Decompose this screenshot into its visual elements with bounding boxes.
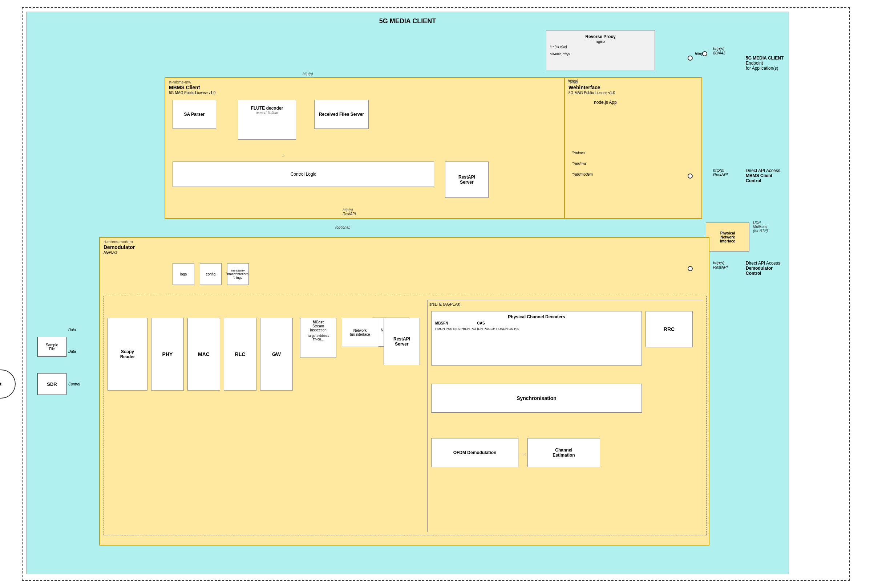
sa-parser-box: SA Parser <box>173 100 216 129</box>
pni-box: PhysicalNetworkInterface <box>706 222 749 252</box>
flute-sub: uses rt-libflute <box>238 111 296 115</box>
route-mw: ^/api/mw <box>572 162 586 165</box>
broadcast-cloud: 5G Broadcast <box>0 369 16 399</box>
restapi-label: http(s)RestAPI <box>343 208 356 216</box>
flute-title: FLUTE decoder <box>238 106 296 111</box>
nginx-route-all: ^.* (all else) <box>550 45 567 49</box>
config-box: config <box>200 263 221 285</box>
right-http-restapi2: http(s)RestAPI <box>713 261 728 269</box>
demod-agpl: AGPLv3 <box>104 250 117 254</box>
route-modem: ^/api/modem <box>572 172 593 176</box>
media-client-area: 5G MEDIA CLIENT Reverse Proxy nginx ^.* … <box>26 12 789 574</box>
right-http-endpoint: http(s)80/443 <box>713 46 725 55</box>
connector-demod <box>687 266 693 271</box>
channel-est-box: Channel Estimation <box>528 438 600 467</box>
reverse-proxy-box: Reverse Proxy nginx ^.* (all else) ^/adm… <box>546 30 655 70</box>
reverse-proxy-subtitle: nginx <box>546 39 654 44</box>
cas-label: CAS <box>477 321 485 325</box>
demod-inner-box: Soapy Reader PHY MAC RLC GW MCast Stream… <box>104 296 707 536</box>
received-files-box: Received Files Server <box>314 100 369 129</box>
optional-label: (optional) <box>335 225 351 230</box>
http-webinterface: http(s) <box>568 79 578 83</box>
webinterface-box: rt-wui Webinterface 5G-MAG Public Licens… <box>564 77 702 219</box>
connector-http-top <box>687 56 693 61</box>
pni-label: PhysicalNetworkInterface <box>720 231 735 243</box>
arrow-uses: → <box>281 154 285 158</box>
ofdm-box: OFDM Demodulation <box>431 438 518 467</box>
mac-box: MAC <box>187 318 220 390</box>
control-label: Control <box>68 382 80 386</box>
right-http-restapi1: http(s)RestAPI <box>713 168 728 177</box>
http-arrow-top: http(s) <box>302 72 313 76</box>
rrc-box: RRC <box>645 311 693 347</box>
srslte-label: srsLTE (AGPLv3) <box>427 300 703 308</box>
webinterface-license: 5G-MAG Public License v1.0 <box>569 91 615 95</box>
logs-box: logs <box>173 263 194 285</box>
pcd-title: Physical Channel Decoders <box>432 311 641 320</box>
network-tun-inner: Networktun interface <box>342 318 378 347</box>
demodulator-box: rt-mbms-modem Demodulator AGPLv3 logs co… <box>99 237 709 546</box>
route-admin: ^/admin <box>572 151 585 154</box>
mbms-restapi-server: RestAPI Server <box>445 162 489 198</box>
mbsfn-label: MBSFN <box>435 321 448 325</box>
mbms-license: 5G-MAG Public License v1.0 <box>169 91 215 95</box>
pcd-box: Physical Channel Decoders MBSFN CAS PMCH… <box>431 311 642 366</box>
webinterface-title: Webinterface <box>569 85 600 90</box>
ofdm-arrow: → <box>520 451 526 457</box>
udp-rtp-label: UDPMulticast(for RTP) <box>753 220 768 232</box>
reverse-proxy-title: Reverse Proxy <box>546 30 654 39</box>
rlc-box: RLC <box>224 318 256 390</box>
right-endpoint-title: 5G MEDIA CLIENT Endpoint for Application… <box>746 56 784 71</box>
demod-label: rt-mbms-modem <box>104 240 133 244</box>
soapy-reader-box: Soapy Reader <box>108 318 147 390</box>
sdr-box: SDR <box>38 373 66 395</box>
srslte-box: srsLTE (AGPLv3) Physical Channel Decoder… <box>427 300 703 532</box>
right-direct-api2: Direct API Access Demodulator Control <box>746 261 789 276</box>
flute-decoder-box: FLUTE decoder uses rt-libflute <box>238 100 296 140</box>
sync-box: Synchronisation <box>431 384 642 413</box>
nginx-route-admin: ^/admin, ^/api <box>550 52 570 56</box>
control-logic-box: Control Logic <box>173 162 434 187</box>
files-group: logs config measure-\nment\nrecord-\ning… <box>173 263 249 285</box>
data-label2: Data <box>68 350 76 354</box>
mbms-title: MBMS Client <box>169 85 200 90</box>
right-direct-api1: Direct API Access MBMS Client Control <box>746 168 789 183</box>
recordings-box: measure-\nment\nrecord-\nings <box>227 263 249 285</box>
demod-title: Demodulator <box>104 244 135 250</box>
sample-file-box: Sample File <box>38 337 66 357</box>
connector-restapi <box>687 174 693 178</box>
data-label1: Data <box>68 328 76 332</box>
mbms-label: rt-mbms-mw <box>169 80 191 84</box>
channels-label: PMCH PSS SSS PBCH PCFICH PDCCH PDSCH CS-… <box>432 327 641 331</box>
restapi-demod-box: RestAPIServer <box>384 318 420 365</box>
main-container: 5G MEDIA CLIENT Reverse Proxy nginx ^.* … <box>22 7 850 581</box>
gw-box: GW <box>260 318 293 390</box>
connector-http-top2 <box>702 51 707 56</box>
nodejs-label: node.js App <box>594 100 617 105</box>
mcast-box: MCast Stream Inspection Target Address T… <box>300 318 336 358</box>
phy-box: PHY <box>151 318 184 390</box>
page-title: 5G MEDIA CLIENT <box>379 17 436 25</box>
